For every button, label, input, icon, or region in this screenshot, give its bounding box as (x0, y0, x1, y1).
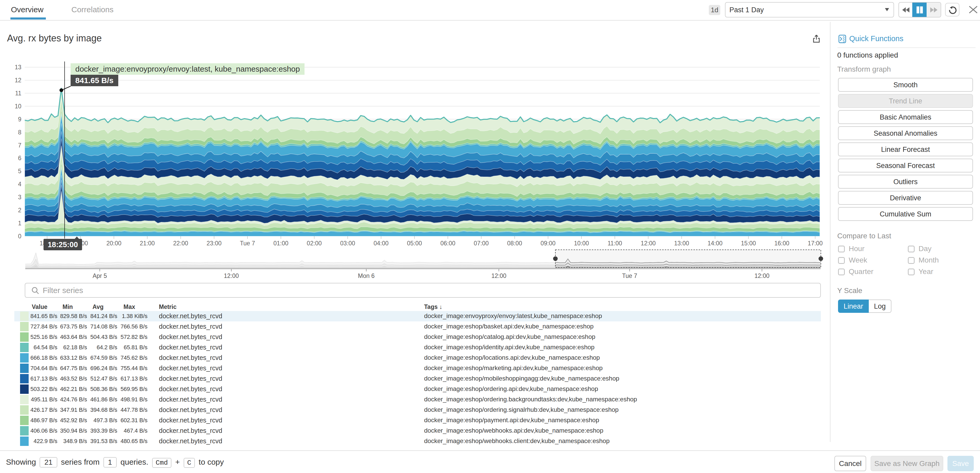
svg-text:1: 1 (18, 220, 21, 226)
svg-text:3: 3 (18, 194, 21, 201)
svg-text:12:00: 12:00 (754, 272, 770, 279)
svg-text:Apr 5: Apr 5 (93, 272, 107, 279)
svg-text:11: 11 (15, 90, 21, 97)
svg-text:12:00: 12:00 (224, 272, 239, 279)
svg-text:10: 10 (14, 103, 21, 110)
svg-text:6: 6 (18, 155, 21, 161)
svg-text:0: 0 (18, 233, 21, 240)
svg-text:8: 8 (18, 129, 21, 136)
svg-text:7: 7 (18, 142, 21, 149)
svg-text:5: 5 (18, 168, 21, 175)
svg-text:4: 4 (18, 181, 21, 188)
svg-text:9: 9 (18, 116, 21, 123)
svg-text:13: 13 (14, 64, 21, 70)
svg-text:12:00: 12:00 (491, 272, 506, 279)
svg-text:2: 2 (18, 207, 21, 213)
svg-text:Tue 7: Tue 7 (622, 272, 637, 279)
svg-text:Mon 6: Mon 6 (358, 272, 375, 279)
svg-text:12: 12 (14, 77, 21, 84)
